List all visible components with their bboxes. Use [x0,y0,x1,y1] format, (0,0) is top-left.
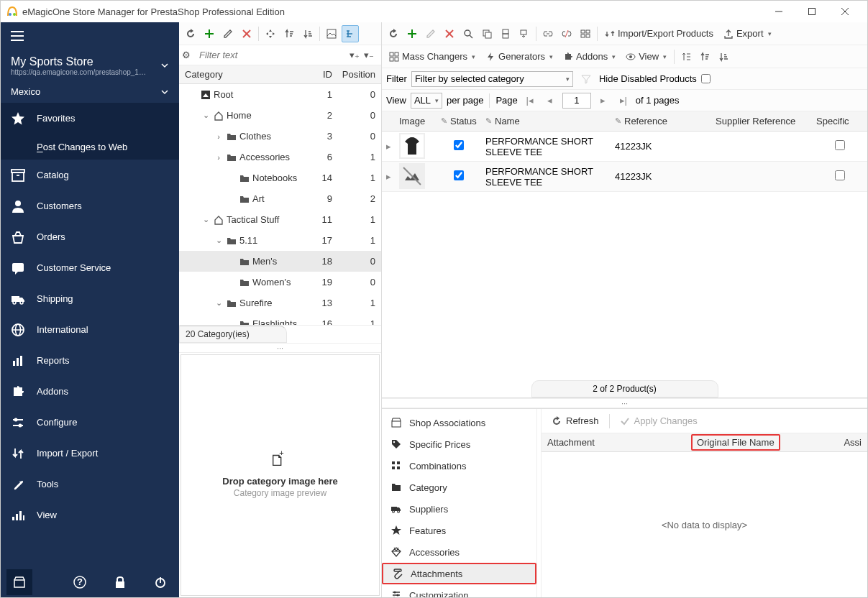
category-row[interactable]: Women's190 [179,272,381,293]
link-button[interactable] [539,25,557,42]
category-row[interactable]: ›Clothes30 [179,126,381,147]
page-input[interactable] [562,93,591,109]
help-button[interactable]: ? [67,569,93,595]
expand-icon[interactable]: ⌄ [199,111,212,120]
expand-icon[interactable]: ⌄ [212,298,225,308]
apply-changes-button[interactable]: Apply Changes [616,414,702,428]
col-assigned[interactable]: Assi [786,437,867,448]
product-status[interactable] [437,170,481,183]
add-button[interactable] [201,25,218,42]
sidebar-item-reports[interactable]: Reports [1,345,179,376]
col-original-filename[interactable]: Original File Name [685,434,786,451]
col-image[interactable]: Image [395,116,437,126]
sort-down-button[interactable] [299,25,316,42]
refresh-detail-button[interactable]: Refresh [547,414,603,428]
category-row[interactable]: ⌄Home20 [179,105,381,126]
copy-button[interactable] [478,25,495,42]
sidebar-item-shipping[interactable]: Shipping [1,283,179,314]
category-row[interactable]: ⌄Surefire131 [179,293,381,313]
power-button[interactable] [147,569,173,595]
filter-funnel-button[interactable] [577,70,595,88]
sidebar-item-customer-service[interactable]: Customer Service [1,252,179,283]
export-button[interactable]: Export▾ [719,25,776,42]
next-page-button[interactable]: ▸ [595,93,611,109]
expand-icon[interactable]: › [212,132,225,141]
sidebar-item-tools[interactable]: Tools [1,469,179,500]
store-selector[interactable]: My Sports Store https://qa.emagicone.com… [1,50,179,80]
delete-product-button[interactable] [441,25,458,42]
detail-tab-customization[interactable]: Customization [382,584,536,597]
detail-tab-shop-associations[interactable]: Shop Associations [382,412,536,433]
col-supplier-ref[interactable]: Supplier Reference [711,116,812,126]
import-export-button[interactable]: Import/Export Products [600,25,718,42]
category-row[interactable]: Art92 [179,188,381,209]
prev-page-button[interactable]: ◂ [542,93,558,109]
col-reference[interactable]: ✎Reference [611,116,711,126]
delete-button[interactable] [238,25,255,42]
col-category[interactable]: Category [179,69,302,80]
edit-product-button[interactable] [422,25,439,42]
specific-checkbox[interactable] [835,170,845,180]
sidebar-item-favorites[interactable]: Favorites [1,103,179,134]
col-attachment[interactable]: Attachment [542,437,685,448]
detail-tab-category[interactable]: Category [382,477,536,498]
product-row[interactable]: ▸PERFORMANCE SHORT SLEEVE TEE41223JK [382,162,867,192]
refresh-button[interactable] [182,25,199,42]
addons-button[interactable]: Addons▾ [559,48,620,65]
toggle-images-button[interactable] [323,25,340,42]
expand-all-button[interactable] [677,48,695,65]
add-product-button[interactable] [403,25,421,42]
detail-tab-features[interactable]: Features [382,520,536,541]
sort-asc-button[interactable] [696,48,713,65]
detail-tab-combinations[interactable]: Combinations [382,455,536,477]
category-row[interactable]: ›Accessories61 [179,147,381,167]
category-row[interactable]: Men's180 [179,251,381,272]
detail-tab-accessories[interactable]: Accessories [382,541,536,563]
category-row[interactable]: Notebooks141 [179,167,381,188]
filter-combo[interactable]: Filter by selected category▾ [411,71,573,87]
detail-tab-specific-prices[interactable]: Specific Prices [382,433,536,455]
expand-icon[interactable]: › [212,153,225,162]
store-button[interactable] [6,569,32,595]
detail-tab-attachments[interactable]: Attachments [382,563,536,584]
product-status[interactable] [437,140,481,152]
last-page-button[interactable]: ▸| [616,93,631,109]
mass-changers-button[interactable]: Mass Changers▾ [385,48,480,65]
category-tree[interactable]: Root10⌄Home20›Clothes30›Accessories61Not… [179,84,381,325]
region-selector[interactable]: Mexico [1,80,179,103]
col-position[interactable]: Position [338,69,381,80]
sidebar-item-addons[interactable]: Addons [1,376,179,407]
close-button[interactable] [828,1,862,22]
expand-icon[interactable]: ⌄ [212,236,225,245]
category-row[interactable]: Flashlights161 [179,313,381,325]
resize-handle-bottom[interactable]: ··· [382,398,867,408]
maximize-button[interactable] [795,1,828,22]
col-id[interactable]: ID [302,69,338,80]
first-page-button[interactable]: |◂ [522,93,538,109]
expand-row-icon[interactable]: ▸ [382,171,395,182]
view-select[interactable]: ALL▾ [411,93,442,109]
unlink-button[interactable] [558,25,575,42]
clone-button[interactable] [497,25,514,42]
sort-up-button[interactable] [280,25,298,42]
sidebar-item-international[interactable]: International [1,314,179,345]
minimize-button[interactable] [762,1,795,22]
category-row[interactable]: ⌄5.11171 [179,230,381,251]
category-row[interactable]: Root10 [179,84,381,105]
sidebar-item-import-export[interactable]: Import / Export [1,438,179,469]
sidebar-item-catalog[interactable]: Catalog [1,160,179,190]
sidebar-item-orders[interactable]: Orders [1,221,179,252]
refresh-products-button[interactable] [385,25,402,42]
resize-handle[interactable]: ··· [179,343,381,353]
generators-button[interactable]: Generators▾ [481,48,557,65]
paste-button[interactable] [516,25,533,42]
category-row[interactable]: ⌄Tactical Stuff111 [179,209,381,230]
sidebar-item-view[interactable]: View [1,500,179,530]
specific-checkbox[interactable] [835,140,845,150]
move-button[interactable] [262,25,279,42]
toggle-tree-button[interactable] [342,25,359,42]
detail-tab-suppliers[interactable]: Suppliers [382,498,536,520]
sidebar-item-customers[interactable]: Customers [1,190,179,221]
col-specific[interactable]: Specific [812,116,867,126]
sidebar-item-configure[interactable]: Configure [1,407,179,438]
